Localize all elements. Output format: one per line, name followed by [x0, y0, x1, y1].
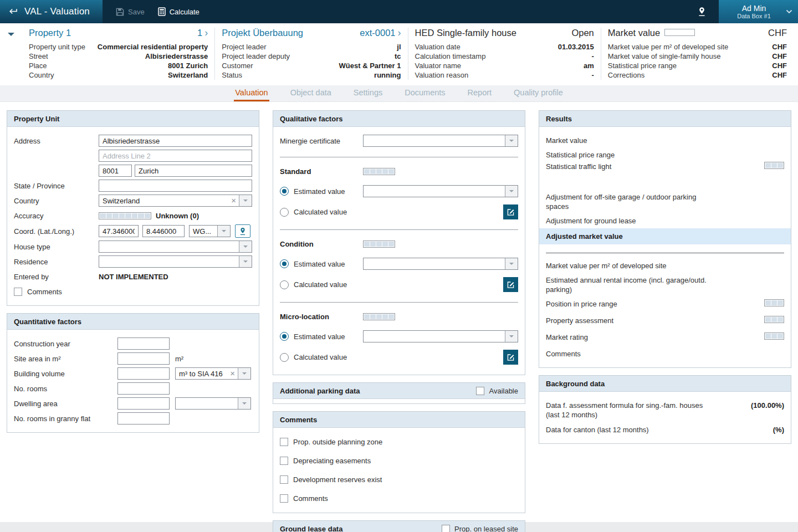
dwelling-area-label: Dwelling area [14, 400, 117, 408]
save-button[interactable]: Save [116, 0, 145, 23]
condition-estimated-select[interactable] [363, 258, 518, 270]
condition-calculated-radio[interactable] [280, 280, 289, 289]
header-property-column: Property 1 1 Property unit typeCommercia… [22, 28, 214, 80]
back-arrow-icon[interactable] [8, 8, 18, 16]
collapse-header-toggle[interactable] [0, 28, 22, 80]
country-select[interactable]: Switzerland × [99, 195, 252, 207]
chevron-right-icon [398, 28, 401, 38]
standard-estimated-radio[interactable] [280, 187, 289, 196]
property-title-link[interactable]: Property 1 [29, 28, 71, 38]
parking-available-checkbox[interactable] [476, 387, 484, 395]
header-row: StreetAlbisriederstrasse [29, 52, 208, 61]
dropdown-arrow-icon[interactable] [239, 195, 252, 206]
construction-year-input[interactable] [117, 337, 170, 350]
header-row: Place8001 Zurich [29, 61, 208, 70]
address-input[interactable] [99, 135, 252, 147]
minergie-select[interactable] [363, 135, 518, 147]
micro-location-calculated-radio[interactable] [280, 353, 289, 362]
result-row-adj-parking: Adjustment for off-site garage / outdoor… [546, 192, 784, 211]
depreciating-easements-checkbox[interactable] [280, 457, 288, 465]
project-title-link[interactable]: Projekt Überbauung [222, 28, 303, 38]
micro-location-estimated-select[interactable] [363, 330, 518, 342]
calculate-button[interactable]: Calculate [158, 0, 200, 23]
header-row: CountrySwitzerland [29, 70, 208, 80]
valuation-status: Open [571, 28, 594, 38]
outside-planning-zone-checkbox[interactable] [280, 438, 288, 446]
entered-by-value: NOT IMPLEMENTED [99, 273, 168, 281]
tab-settings[interactable]: Settings [352, 85, 383, 101]
parking-available-row: Available [476, 387, 518, 395]
zip-input[interactable] [99, 165, 132, 177]
header-row: Valuation reason- [415, 70, 594, 80]
building-volume-label: Building volume [14, 370, 117, 378]
micro-location-edit-button[interactable] [503, 350, 518, 365]
accuracy-label: Accuracy [14, 212, 99, 220]
tab-report[interactable]: Report [467, 85, 493, 101]
middle-column: Qualitative factors Minergie certificate… [273, 110, 525, 532]
adjusted-market-value-row: Adjusted market value [539, 228, 791, 244]
dropdown-arrow-icon[interactable] [505, 135, 518, 146]
comments-checkbox-label: Comments [27, 288, 62, 296]
app-title: VAL - Valuation [24, 6, 90, 17]
building-volume-input[interactable] [117, 367, 170, 380]
property-number-link[interactable]: 1 [197, 28, 208, 38]
comments-checkbox[interactable] [14, 288, 22, 296]
qualitative-factors-header: Qualitative factors [273, 111, 525, 127]
project-number-link[interactable]: ext-0001 [360, 28, 401, 38]
condition-rating-bar [363, 241, 395, 248]
development-reserves-label: Development reserves exist [293, 475, 382, 484]
parking-available-label: Available [489, 387, 518, 395]
longitude-input[interactable] [142, 225, 185, 237]
dropdown-arrow-icon[interactable] [505, 186, 518, 197]
no-rooms-input[interactable] [117, 382, 170, 395]
user-menu[interactable]: Ad Min Data Box #1 [719, 0, 798, 23]
coordinate-system-select[interactable]: WG... [189, 225, 231, 237]
standard-calculated-radio[interactable] [280, 208, 289, 217]
condition-estimated-radio[interactable] [280, 259, 289, 268]
dwelling-area-unit-select[interactable] [175, 397, 251, 410]
header-row: Statusrunning [222, 70, 401, 80]
leased-site-checkbox[interactable] [442, 525, 450, 532]
tab-documents[interactable]: Documents [403, 85, 446, 101]
result-row-market-rating: Market rating [546, 332, 784, 342]
standard-edit-button[interactable] [503, 204, 518, 219]
dropdown-arrow-icon[interactable] [239, 256, 252, 267]
tab-quality-profile[interactable]: Quality profile [513, 85, 564, 101]
latitude-input[interactable] [99, 225, 139, 237]
dropdown-arrow-icon[interactable] [505, 258, 518, 269]
house-type-select[interactable] [99, 241, 252, 253]
state-province-input[interactable] [99, 180, 252, 192]
dropdown-arrow-icon[interactable] [505, 331, 518, 342]
comments-item-checkbox[interactable] [280, 494, 288, 503]
show-on-map-button[interactable] [235, 224, 250, 238]
city-input[interactable] [135, 165, 252, 177]
dropdown-arrow-icon[interactable] [238, 398, 250, 409]
standard-estimated-select[interactable] [363, 185, 518, 197]
site-area-input[interactable] [117, 352, 170, 365]
tab-valuation[interactable]: Valuation [234, 85, 269, 101]
condition-edit-button[interactable] [503, 277, 518, 292]
result-row-comments: Comments [546, 349, 784, 359]
micro-location-estimated-radio[interactable] [280, 332, 289, 341]
checkbox-row: Prop. outside planning zone [280, 438, 518, 446]
granny-flat-input[interactable] [117, 412, 170, 424]
development-reserves-checkbox[interactable] [280, 475, 288, 484]
residence-select[interactable] [99, 255, 252, 268]
app-brand: VAL - Valuation [0, 0, 103, 23]
result-row-position: Position in price range [546, 299, 784, 309]
quantitative-factors-panel: Quantitative factors Construction year S… [7, 313, 259, 433]
address-line2-input[interactable] [99, 150, 252, 162]
header-info-bar: Property 1 1 Property unit typeCommercia… [0, 23, 798, 85]
entered-by-label: Entered by [14, 273, 99, 281]
building-volume-unit-select[interactable]: m³ to SIA 416 × [175, 367, 251, 380]
clear-icon[interactable]: × [228, 195, 239, 206]
map-pin-icon[interactable] [697, 0, 707, 23]
clear-icon[interactable]: × [227, 368, 238, 379]
dropdown-arrow-icon[interactable] [238, 368, 250, 379]
dwelling-area-input[interactable] [117, 397, 170, 410]
dropdown-arrow-icon[interactable] [239, 241, 252, 252]
assessment-indicator [764, 316, 784, 323]
dropdown-arrow-icon[interactable] [217, 226, 230, 237]
tab-object-data[interactable]: Object data [289, 85, 332, 101]
calculator-icon [158, 7, 166, 16]
